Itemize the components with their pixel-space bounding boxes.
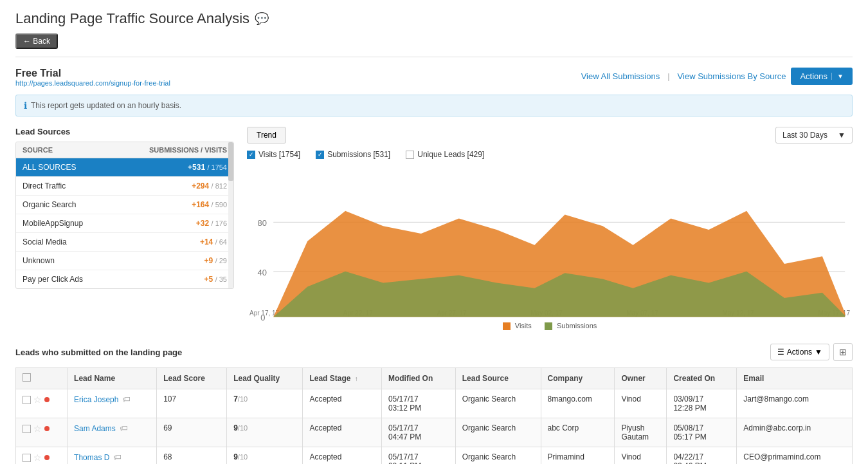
columns-button[interactable]: ⊞ (833, 343, 853, 361)
lead-score-cell: 69 (157, 418, 227, 447)
col-checkbox[interactable] (16, 368, 68, 389)
view-all-submissions-link[interactable]: View All Submissions (581, 71, 660, 81)
tag-icon: 🏷 (113, 452, 122, 462)
legend-unique-leads: Unique Leads [429] (406, 150, 484, 159)
legend-visits: ✓ Visits [1754] (247, 150, 300, 159)
col-lead-source: Lead Source (455, 368, 541, 389)
col-company: Company (541, 368, 615, 389)
lead-sources-table: SOURCE SUBMISSIONS / VISITS ALL SOURCES … (15, 142, 234, 289)
leads-actions-button[interactable]: ☰ Actions ▼ (770, 344, 829, 360)
separator: | (667, 71, 669, 81)
status-dot (44, 426, 50, 431)
submissions-checkbox[interactable]: ✓ (316, 151, 324, 159)
hamburger-icon: ☰ (777, 348, 784, 357)
visits-label: Visits [1754] (258, 150, 300, 159)
tag-icon: 🏷 (120, 423, 128, 433)
divider (15, 57, 853, 57)
visits-checkbox[interactable]: ✓ (247, 151, 255, 159)
lead-stage-cell: Accepted (303, 418, 382, 447)
col-lead-quality[interactable]: Lead Quality (227, 368, 303, 389)
scrollbar-track[interactable] (228, 142, 233, 288)
source-row[interactable]: Unknown +9 / 29 (16, 252, 233, 270)
source-name: Direct Traffic (23, 181, 66, 190)
source-row[interactable]: Organic Search +164 / 590 (16, 196, 233, 214)
owner-cell: Piyush Gautam (615, 418, 667, 447)
created-on-cell: 04/22/17 02:46 PM (667, 447, 737, 464)
source-name: Organic Search (23, 200, 76, 209)
select-all-checkbox[interactable] (23, 373, 31, 382)
col-created-on: Created On (667, 368, 737, 389)
trend-chart: 0 40 80 (247, 165, 853, 332)
page-title: Landing Page Traffic Source Analysis 💬 (15, 10, 269, 27)
source-name: Pay per Click Ads (23, 275, 83, 284)
view-by-source-link[interactable]: View Submissions By Source (678, 71, 786, 81)
star-icon[interactable]: ☆ (33, 394, 42, 405)
leads-section-title: Leads who submitted on the landing page (15, 348, 182, 357)
lead-stage-cell: Accepted (303, 389, 382, 418)
source-row[interactable]: ALL SOURCES +531 / 1754 (16, 158, 233, 177)
dropdown-arrow-icon: ▼ (831, 73, 844, 80)
source-count: +164 / 590 (192, 200, 227, 209)
star-icon[interactable]: ☆ (33, 423, 42, 434)
chat-icon: 💬 (255, 12, 269, 26)
quality-main: 9 (233, 452, 238, 461)
star-icon[interactable]: ☆ (33, 452, 42, 463)
row-checkbox[interactable] (23, 454, 31, 462)
status-dot (44, 397, 50, 402)
quality-denom: /10 (238, 395, 248, 403)
back-button[interactable]: ← Back (15, 33, 58, 49)
lead-score-cell: 68 (157, 447, 227, 464)
email-cell: Admin@abc.corp.in (737, 418, 853, 447)
row-checkbox-cell: ☆ (16, 447, 68, 464)
lead-source-cell: Organic Search (455, 389, 541, 418)
quality-denom: /10 (238, 424, 248, 432)
source-row[interactable]: Pay per Click Ads +5 / 35 (16, 270, 233, 288)
modified-on-cell: 05/17/17 03:11 PM (381, 447, 455, 464)
lead-quality-cell: 9/10 (227, 447, 303, 464)
row-checkbox[interactable] (23, 425, 31, 433)
source-row[interactable]: Direct Traffic +294 / 812 (16, 177, 233, 196)
chart-container: 0 40 80 (247, 165, 853, 307)
row-checkbox[interactable] (23, 396, 31, 404)
source-count: +294 / 812 (192, 181, 227, 190)
lead-name-link[interactable]: Erica Joseph (74, 395, 118, 404)
unique-leads-checkbox[interactable] (406, 151, 414, 159)
trend-button[interactable]: Trend (247, 127, 286, 144)
dropdown-arrow-icon: ▼ (838, 131, 845, 140)
modified-on-cell: 05/17/17 03:12 PM (381, 389, 455, 418)
lead-name-cell: Sam Adams 🏷 (68, 418, 157, 447)
lead-quality-cell: 7/10 (227, 389, 303, 418)
info-icon: ℹ (24, 100, 27, 111)
actions-dropdown-button[interactable]: Actions ▼ (791, 68, 853, 85)
days-dropdown[interactable]: Last 30 Days ▼ (775, 127, 853, 144)
lead-name-cell: Thomas D 🏷 (68, 447, 157, 464)
section-url[interactable]: http://pages.leadsquared.com/signup-for-… (15, 79, 170, 87)
source-name: MobileAppSignup (23, 219, 83, 228)
col-email: Email (737, 368, 853, 389)
lead-sources-heading: Lead Sources (15, 127, 234, 136)
info-banner: ℹ This report gets updated on an hourly … (15, 95, 853, 116)
created-on-cell: 05/08/17 05:17 PM (667, 418, 737, 447)
col-lead-stage[interactable]: Lead Stage ↑ (303, 368, 382, 389)
company-cell: abc Corp (541, 418, 615, 447)
quality-denom: /10 (238, 453, 248, 461)
source-count: +5 / 35 (204, 275, 227, 284)
source-rows-container: ALL SOURCES +531 / 1754 Direct Traffic +… (16, 158, 233, 288)
lead-source-cell: Organic Search (455, 418, 541, 447)
lead-quality-cell: 9/10 (227, 418, 303, 447)
col-source-header: SOURCE (23, 146, 53, 154)
source-row[interactable]: MobileAppSignup +32 / 176 (16, 214, 233, 233)
col-submissions-header: SUBMISSIONS / VISITS (149, 146, 227, 154)
lead-name-link[interactable]: Thomas D (74, 453, 109, 462)
unique-leads-label: Unique Leads [429] (417, 150, 484, 159)
source-count: +9 / 29 (204, 256, 227, 265)
owner-cell: Vinod (615, 389, 667, 418)
table-row: ☆ Sam Adams 🏷 69 9/10 Accepted 05/17/17 … (16, 418, 853, 447)
source-row[interactable]: Social Media +14 / 64 (16, 233, 233, 252)
lead-name-link[interactable]: Sam Adams (74, 424, 116, 433)
scrollbar-thumb[interactable] (228, 142, 233, 181)
col-lead-name: Lead Name (68, 368, 157, 389)
tag-icon: 🏷 (122, 394, 131, 404)
svg-text:80: 80 (257, 218, 266, 228)
col-modified-on: Modified On (381, 368, 455, 389)
